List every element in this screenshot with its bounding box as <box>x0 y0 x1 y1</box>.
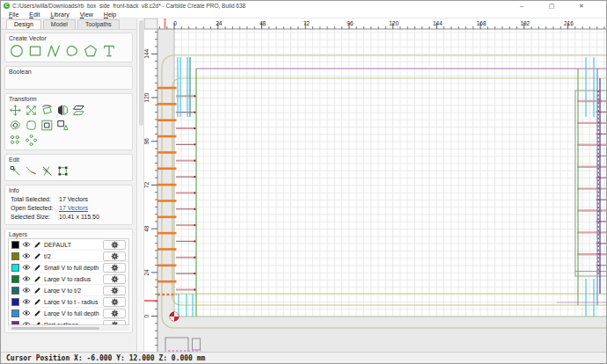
pencil-icon[interactable] <box>33 287 41 295</box>
panel-vertical-scrollbar[interactable] <box>137 18 144 352</box>
eye-icon[interactable] <box>22 241 31 248</box>
layer-color-swatch[interactable] <box>11 264 19 272</box>
eye-icon[interactable] <box>22 275 31 282</box>
layer-row[interactable]: t/2 <box>9 251 128 262</box>
layer-color-swatch[interactable] <box>11 252 19 260</box>
create-vector-section: Create Vector <box>4 33 133 62</box>
boolean-empty-area <box>7 76 130 87</box>
trim-tool-icon[interactable] <box>25 164 38 178</box>
layer-settings-gear-icon[interactable] <box>103 297 126 307</box>
tab-toolpaths[interactable]: Toolpaths <box>77 19 120 29</box>
menu-edit[interactable]: Edit <box>24 11 45 18</box>
break-tool-icon[interactable] <box>40 164 54 178</box>
menu-bar: File Edit Library View Help <box>1 11 606 18</box>
layer-name: Large V to t/2 <box>44 288 100 294</box>
minimize-button[interactable]: – <box>507 3 537 10</box>
node-edit-tool-icon[interactable] <box>9 164 22 178</box>
eye-icon[interactable] <box>22 264 31 271</box>
svg-text:0: 0 <box>173 20 177 26</box>
align-tool-icon[interactable] <box>56 119 69 132</box>
polyline-tool-icon[interactable] <box>46 43 62 59</box>
edit-rect-tool-icon[interactable] <box>56 164 69 178</box>
layer-settings-gear-icon[interactable] <box>103 251 126 261</box>
eye-icon[interactable] <box>22 298 31 305</box>
pencil-icon[interactable] <box>33 241 41 249</box>
fillet-tool-icon[interactable] <box>25 119 38 132</box>
mirror-tool-icon[interactable] <box>56 104 69 117</box>
open-selected-link[interactable]: 17 Vectors <box>59 205 88 211</box>
menu-help[interactable]: Help <box>99 11 121 18</box>
total-selected-value: 17 Vectors <box>59 196 88 202</box>
open-selected-label: Open Selected: <box>11 205 59 211</box>
pencil-icon[interactable] <box>33 309 41 317</box>
maximize-button[interactable]: ▢ <box>537 3 567 10</box>
layer-name: DEFAULT <box>44 242 100 248</box>
eye-icon[interactable] <box>22 287 31 294</box>
linear-array-tool-icon[interactable] <box>9 134 22 147</box>
pencil-icon[interactable] <box>33 252 41 260</box>
layers-horizontal-scrollbar[interactable] <box>8 326 129 331</box>
status-bar: Cursor Position X: -6.000 Y: 12.000 Z: 0… <box>1 352 606 363</box>
layer-color-swatch[interactable] <box>11 309 19 317</box>
layer-settings-gear-icon[interactable] <box>103 286 126 295</box>
layer-row[interactable]: Large V to radius <box>9 273 128 285</box>
layer-color-swatch[interactable] <box>11 287 19 295</box>
design-canvas[interactable]: 024487296120144168192216024487296120144 <box>144 18 606 352</box>
tab-model[interactable]: Model <box>43 19 76 29</box>
move-tool-icon[interactable] <box>9 104 22 117</box>
layer-row[interactable]: Part outlines <box>9 319 128 325</box>
layer-name: t/2 <box>44 253 100 259</box>
layer-row[interactable]: Small V to full depth <box>9 262 128 273</box>
transform-section: Transform <box>4 93 133 150</box>
nest-tool-icon[interactable] <box>40 119 54 132</box>
layers-list: DEFAULTt/2Small V to full depthLarge V t… <box>8 238 129 325</box>
menu-library[interactable]: Library <box>45 11 74 18</box>
eye-icon[interactable] <box>22 321 31 325</box>
layer-color-swatch[interactable] <box>11 241 19 249</box>
layer-settings-gear-icon[interactable] <box>103 240 126 250</box>
boolean-section: Boolean <box>4 66 133 90</box>
text-tool-icon[interactable] <box>101 43 117 59</box>
layer-color-swatch[interactable] <box>11 298 19 306</box>
svg-text:120: 120 <box>144 92 150 102</box>
layer-name: Large V to t - radius <box>44 299 100 305</box>
titlebar: C C:/Users/willa/Downloads/rb_box_side_f… <box>1 1 606 11</box>
rectangle-tool-icon[interactable] <box>27 43 43 59</box>
layer-row[interactable]: Large V to t - radius <box>9 296 128 308</box>
layer-settings-gear-icon[interactable] <box>103 263 126 273</box>
offset-tool-icon[interactable] <box>9 119 22 132</box>
panel-tabbar: Design Model Toolpaths <box>1 18 136 30</box>
tab-design[interactable]: Design <box>6 19 41 29</box>
layer-settings-gear-icon[interactable] <box>103 274 126 284</box>
svg-text:120: 120 <box>389 20 399 26</box>
selected-size-value: 10.41 x 115.50 <box>59 214 99 220</box>
window-controls: – ▢ ✕ <box>507 3 596 10</box>
scale-tool-icon[interactable] <box>25 104 38 117</box>
circular-array-tool-icon[interactable] <box>25 134 38 147</box>
menu-file[interactable]: File <box>4 11 24 18</box>
close-button[interactable]: ✕ <box>567 3 596 10</box>
rotate-tool-icon[interactable] <box>40 104 54 117</box>
eye-icon[interactable] <box>22 309 31 317</box>
layer-row[interactable]: Large V to full depth <box>9 308 128 319</box>
canvas-svg[interactable]: 024487296120144168192216024487296120144 <box>144 18 607 353</box>
window-title: C:/Users/willa/Downloads/rb_box_side_fro… <box>12 3 507 9</box>
eye-icon[interactable] <box>22 252 31 259</box>
polygon-tool-icon[interactable] <box>83 43 99 59</box>
circle-tool-icon[interactable] <box>9 43 25 59</box>
layer-settings-gear-icon[interactable] <box>103 320 126 326</box>
pencil-icon[interactable] <box>33 321 41 326</box>
curve-tool-icon[interactable] <box>64 43 80 59</box>
layer-color-swatch[interactable] <box>11 321 19 326</box>
menu-view[interactable]: View <box>75 11 99 18</box>
pencil-icon[interactable] <box>33 298 41 306</box>
layer-settings-gear-icon[interactable] <box>103 309 126 318</box>
pencil-icon[interactable] <box>33 275 41 283</box>
info-title: Info <box>9 187 130 193</box>
layer-color-swatch[interactable] <box>11 275 19 283</box>
layer-row[interactable]: DEFAULT <box>9 239 128 251</box>
layer-row[interactable]: Large V to t/2 <box>9 285 128 296</box>
skew-tool-icon[interactable] <box>72 104 85 117</box>
pencil-icon[interactable] <box>33 264 41 272</box>
layer-name: Large V to full depth <box>44 310 100 317</box>
